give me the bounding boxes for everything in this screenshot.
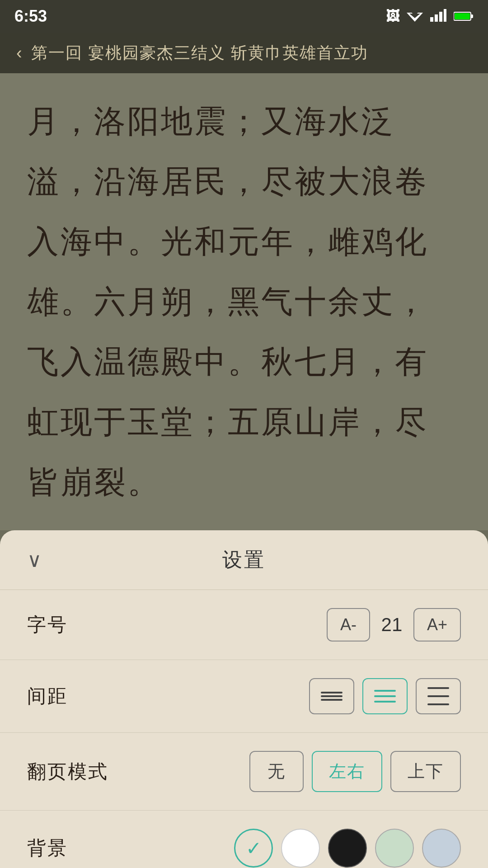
svg-rect-9 xyxy=(455,13,470,19)
reader-text: 月，洛阳地震；又海水泛溢，沿海居民，尽被大浪卷入海中。光和元年，雌鸡化雄。六月朔… xyxy=(27,91,461,512)
spacing-wide-button[interactable] xyxy=(416,678,461,714)
bg-beige-button[interactable]: ✓ xyxy=(234,829,273,868)
page-mode-row: 翻页模式 无 左右 上下 xyxy=(0,733,488,811)
spacing-label: 间距 xyxy=(27,684,68,709)
font-size-controls: A- 21 A+ xyxy=(327,608,461,642)
svg-rect-8 xyxy=(471,14,473,18)
svg-rect-4 xyxy=(435,14,438,22)
spacing-controls xyxy=(309,678,461,714)
signal-icon xyxy=(430,7,446,26)
font-increase-button[interactable]: A+ xyxy=(413,608,461,642)
page-mode-controls: 无 左右 上下 xyxy=(249,751,461,792)
bg-black-button[interactable] xyxy=(328,829,367,868)
wifi-icon xyxy=(407,7,423,26)
close-settings-button[interactable]: ∨ xyxy=(27,548,42,571)
page-mode-none-button[interactable]: 无 xyxy=(249,751,304,792)
chapter-title: 第一回 宴桃园豪杰三结义 斩黄巾英雄首立功 xyxy=(31,42,368,64)
font-size-row: 字号 A- 21 A+ xyxy=(0,590,488,660)
status-icons: 🖼 xyxy=(386,7,474,26)
image-icon: 🖼 xyxy=(386,9,399,24)
spacing-wide-icon xyxy=(427,687,449,705)
bg-white-button[interactable] xyxy=(281,829,320,868)
battery-icon xyxy=(454,7,474,26)
font-size-value: 21 xyxy=(378,614,405,636)
spacing-row: 间距 xyxy=(0,660,488,733)
spacing-tight-button[interactable] xyxy=(309,678,354,714)
background-controls: ✓ xyxy=(234,829,461,868)
status-bar: 6:53 🖼 xyxy=(0,0,488,33)
bg-blue-button[interactable] xyxy=(422,829,461,868)
settings-title: 设置 xyxy=(222,547,266,573)
reader-content: 月，洛阳地震；又海水泛溢，沿海居民，尽被大浪卷入海中。光和元年，雌鸡化雄。六月朔… xyxy=(0,73,488,530)
spacing-medium-button[interactable] xyxy=(362,678,408,714)
settings-panel: ∨ 设置 字号 A- 21 A+ 间距 xyxy=(0,530,488,868)
font-size-label: 字号 xyxy=(27,612,68,637)
settings-header: ∨ 设置 xyxy=(0,530,488,590)
page-mode-lr-button[interactable]: 左右 xyxy=(312,751,382,792)
font-decrease-button[interactable]: A- xyxy=(327,608,370,642)
time-display: 6:53 xyxy=(14,7,47,26)
background-row: 背景 ✓ xyxy=(0,811,488,868)
page-mode-label: 翻页模式 xyxy=(27,759,108,784)
spacing-tight-icon xyxy=(321,692,343,701)
back-button[interactable]: ‹ xyxy=(16,43,22,63)
svg-rect-3 xyxy=(430,17,433,22)
page-mode-ud-button[interactable]: 上下 xyxy=(390,751,461,792)
svg-rect-5 xyxy=(439,12,442,22)
bg-green-button[interactable] xyxy=(375,829,414,868)
spacing-medium-icon xyxy=(374,690,396,703)
svg-rect-6 xyxy=(444,9,446,22)
background-label: 背景 xyxy=(27,835,68,861)
reader-header: ‹ 第一回 宴桃园豪杰三结义 斩黄巾英雄首立功 xyxy=(0,33,488,73)
check-icon: ✓ xyxy=(246,837,262,859)
